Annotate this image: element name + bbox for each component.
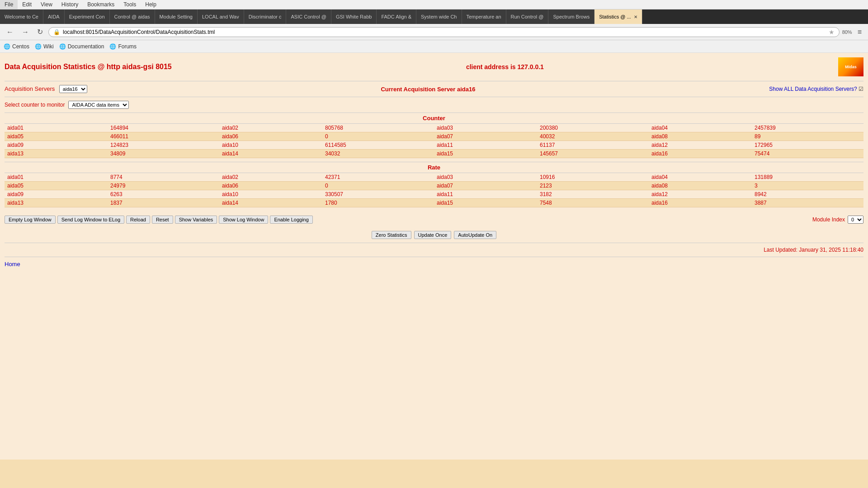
cell-value: 164894	[108, 124, 219, 132]
update-once-button[interactable]: Update Once	[414, 231, 452, 239]
bookmark-documentation[interactable]: 🌐 Documentation	[59, 43, 104, 50]
cell-name: aida09	[5, 190, 108, 199]
tab-11[interactable]: Temperature an	[462, 9, 506, 24]
bookmark-wiki[interactable]: 🌐 Wiki	[35, 43, 54, 50]
send-log-window-button[interactable]: Send Log Window to ELog	[57, 216, 124, 224]
cell-name: aida16	[649, 150, 752, 158]
cell-value: 124823	[108, 141, 219, 150]
cell-value: 34032	[322, 150, 434, 158]
tab-13[interactable]: Spectrum Brows	[548, 9, 594, 24]
cell-value: 8774	[108, 173, 219, 182]
cell-name: aida07	[434, 182, 537, 190]
menu-edit[interactable]: Edit	[18, 0, 36, 9]
zoom-control[interactable]: 80%	[842, 29, 852, 35]
bookmark-star-icon[interactable]: ★	[829, 28, 835, 36]
module-index-select[interactable]: 0	[848, 216, 863, 224]
reload-button-action[interactable]: Reload	[126, 216, 150, 224]
cell-name: aida03	[434, 124, 537, 132]
rate-section-header: Rate	[5, 162, 863, 173]
cell-value: 6114585	[322, 141, 434, 150]
midas-logo: Midas	[838, 57, 863, 76]
tab-1[interactable]: AIDA	[43, 9, 65, 24]
cell-name: aida14	[219, 199, 322, 207]
servers-row: Acquisition Servers aida16 Current Acqui…	[5, 85, 863, 93]
menu-icon[interactable]: ≡	[855, 26, 864, 38]
tab-5[interactable]: LOCAL and Wav	[198, 9, 244, 24]
cell-name: aida10	[219, 190, 322, 199]
autoupdate-on-button[interactable]: AutoUpdate On	[454, 231, 496, 239]
menu-tools[interactable]: Tools	[119, 0, 141, 9]
cell-value: 75474	[752, 150, 863, 158]
counter-section-header: Counter	[5, 113, 863, 124]
cell-name: aida07	[434, 132, 537, 141]
table-row: aida01 164894 aida02 805768 aida03 20038…	[5, 124, 863, 132]
tab-6[interactable]: Discriminator c	[244, 9, 287, 24]
menu-file[interactable]: File	[0, 0, 18, 9]
empty-log-window-button[interactable]: Empty Log Window	[5, 216, 56, 224]
reset-button[interactable]: Reset	[152, 216, 173, 224]
tab-8[interactable]: GSI White Rabb	[331, 9, 377, 24]
enable-logging-button[interactable]: Enable Logging	[270, 216, 312, 224]
table-row: aida13 1837 aida14 1780 aida15 7548 aida…	[5, 199, 863, 207]
tab-7[interactable]: ASIC Control @	[286, 9, 331, 24]
tab-2[interactable]: Experiment Con	[65, 9, 110, 24]
globe-icon: 🌐	[4, 43, 10, 50]
bottom-buttons-row: Zero Statistics Update Once AutoUpdate O…	[5, 231, 863, 239]
menu-view[interactable]: View	[36, 0, 57, 9]
cell-value: 330507	[322, 190, 434, 199]
tab-9[interactable]: FADC Align &	[377, 9, 416, 24]
bookmark-forums[interactable]: 🌐 Forums	[109, 43, 137, 50]
counter-select-dropdown[interactable]: AIDA ADC data items	[68, 101, 129, 109]
bookmark-centos[interactable]: 🌐 Centos	[4, 43, 29, 50]
cell-name: aida08	[649, 182, 752, 190]
back-button[interactable]: ←	[4, 26, 16, 38]
cell-value: 6263	[108, 190, 219, 199]
show-log-window-button[interactable]: Show Log Window	[219, 216, 268, 224]
tab-10[interactable]: System wide Ch	[416, 9, 462, 24]
cell-value: 89	[752, 132, 863, 141]
checkbox-icon[interactable]: ☑	[859, 86, 863, 92]
cell-value: 466011	[108, 132, 219, 141]
show-variables-button[interactable]: Show Variables	[175, 216, 217, 224]
tab-bar: Welcome to Ce AIDA Experiment Con Contro…	[0, 9, 868, 24]
tab-14[interactable]: Statistics @ ... ✕	[594, 9, 642, 24]
server-select[interactable]: aida16	[59, 85, 87, 93]
home-link[interactable]: Home	[5, 261, 863, 267]
header-divider	[5, 81, 863, 81]
cell-name: aida14	[219, 150, 322, 158]
cell-value: 3182	[537, 190, 649, 199]
globe-icon-3: 🌐	[59, 43, 66, 50]
table-row: aida13 34809 aida14 34032 aida15 145657 …	[5, 150, 863, 158]
cell-value: 0	[322, 182, 434, 190]
cell-name: aida01	[5, 124, 108, 132]
table-row: aida09 6263 aida10 330507 aida11 3182 ai…	[5, 190, 863, 199]
tab-12[interactable]: Run Control @	[506, 9, 549, 24]
forward-button[interactable]: →	[19, 26, 32, 38]
menu-history[interactable]: History	[57, 0, 83, 9]
cell-name: aida13	[5, 199, 108, 207]
globe-icon-4: 🌐	[109, 43, 116, 50]
zero-statistics-button[interactable]: Zero Statistics	[372, 231, 411, 239]
bottom-divider	[5, 243, 863, 243]
cell-name: aida03	[434, 173, 537, 182]
tab-3[interactable]: Control @ aidas	[110, 9, 155, 24]
tab-0[interactable]: Welcome to Ce	[0, 9, 43, 24]
cell-value: 0	[322, 132, 434, 141]
show-all-link[interactable]: Show ALL Data Acquisition Servers?	[769, 86, 857, 92]
cell-name: aida04	[649, 124, 752, 132]
current-server-label: Current Acquisition Server aida16	[381, 86, 475, 93]
tab-4[interactable]: Module Setting	[155, 9, 198, 24]
url-input[interactable]	[63, 29, 829, 35]
cell-name: aida11	[434, 141, 537, 150]
menu-bookmarks[interactable]: Bookmarks	[83, 0, 119, 9]
cell-name: aida11	[434, 190, 537, 199]
tab-close-icon[interactable]: ✕	[634, 14, 637, 19]
menu-help[interactable]: Help	[141, 0, 161, 9]
cell-name: aida10	[219, 141, 322, 150]
page-header: Data Acquisition Statistics @ http aidas…	[5, 57, 863, 76]
reload-button[interactable]: ↻	[34, 26, 46, 38]
cell-value: 805768	[322, 124, 434, 132]
table-row: aida05 24979 aida06 0 aida07 2123 aida08…	[5, 182, 863, 190]
cell-value: 200380	[537, 124, 649, 132]
footer-divider	[5, 257, 863, 257]
